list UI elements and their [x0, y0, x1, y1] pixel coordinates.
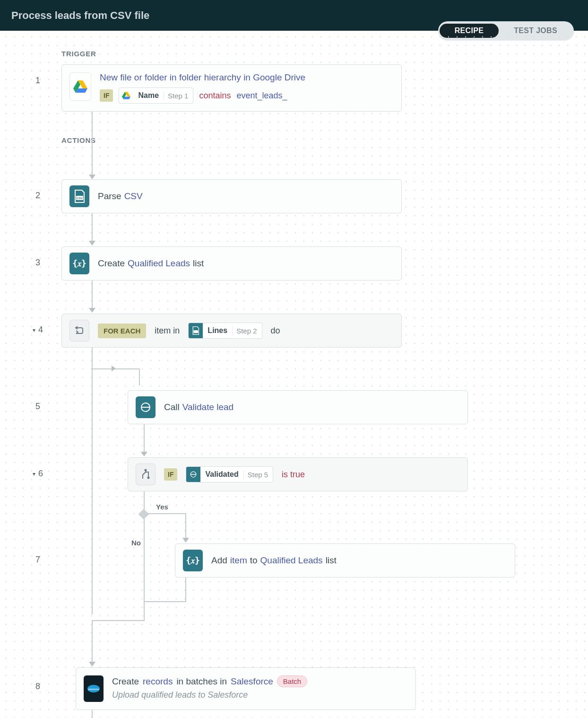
step-1-title: New file or folder in folder hierarchy i… [100, 72, 394, 83]
keyword-contains: contains [199, 91, 231, 101]
step-6-card[interactable]: IF Validated Step 5 is true [128, 457, 468, 491]
keyword-value: event_leads_ [236, 91, 287, 101]
step-2-number: 2 [14, 179, 61, 201]
caret-down-icon: ▾ [33, 327, 35, 333]
batch-badge: Batch [277, 675, 307, 687]
variable-icon: {𝑥} [183, 550, 203, 571]
step-8-row: 8 salesforce Create records in batches i… [14, 667, 574, 710]
step-5-card[interactable]: Call Validate lead [128, 390, 468, 424]
google-drive-icon [119, 88, 133, 103]
recipe-call-icon [186, 467, 200, 482]
step-2-card[interactable]: CSV Parse CSV [61, 179, 402, 213]
svg-point-6 [145, 470, 147, 471]
step-1-content: New file or folder in folder hierarchy i… [100, 72, 394, 104]
step-8-number: 8 [14, 667, 61, 692]
step-5-text: Call Validate lead [164, 402, 233, 412]
step-4-card[interactable]: FOR EACH item in Lines Step 2 do [61, 314, 402, 348]
pill-step: Step 2 [232, 327, 261, 335]
caret-down-icon: ▾ [33, 471, 35, 477]
step-3-number: 3 [14, 246, 61, 268]
foreach-item-in: item in [155, 326, 180, 336]
pill-label: Lines [203, 326, 232, 335]
condition-icon [136, 464, 156, 485]
svg-text:salesforce: salesforce [88, 688, 99, 691]
csv-icon: CSV [69, 185, 89, 207]
step-2-text: Parse CSV [98, 191, 143, 201]
svg-text:{𝑥}: {𝑥} [186, 555, 200, 565]
step-4-row: ▾4 FOR EACH item in Lines Step 2 do [14, 314, 574, 348]
pill-step: Step 1 [164, 92, 193, 100]
step-5-number: 5 [14, 390, 61, 412]
svg-rect-3 [194, 330, 199, 333]
keyword-istrue: is true [282, 470, 305, 480]
datapill-validated[interactable]: Validated Step 5 [186, 466, 273, 482]
svg-point-7 [148, 477, 149, 479]
step-8-card[interactable]: salesforce Create records in batches in … [76, 667, 416, 710]
svg-text:CSV: CSV [77, 197, 82, 200]
step-3-row: 3 {𝑥} Create Qualified Leads list [14, 246, 574, 280]
datapill-name[interactable]: Name Step 1 [119, 88, 193, 104]
page-title: Process leads from CSV file [11, 9, 149, 22]
branch-yes-label: Yes [156, 503, 168, 511]
step-2-row: 2 CSV Parse CSV [14, 179, 574, 213]
step-6-row: ▾6 IF Validated Step 5 is true [14, 457, 574, 491]
google-drive-icon [69, 72, 91, 101]
step-7-text: Add item to Qualified Leads list [211, 555, 337, 566]
step-4-number[interactable]: ▾4 [14, 314, 61, 335]
recipe-call-icon [136, 396, 156, 418]
section-trigger-label: TRIGGER [61, 50, 574, 58]
pill-label: Validated [200, 470, 243, 479]
foreach-chip: FOR EACH [98, 324, 146, 338]
section-actions-label: ACTIONS [61, 136, 574, 144]
salesforce-icon: salesforce [84, 675, 104, 702]
recipe-canvas: TRIGGER 1 New file or folder in folder h… [0, 31, 588, 718]
step-1-number: 1 [14, 64, 61, 86]
if-chip: IF [100, 89, 113, 102]
branch-no-label: No [131, 539, 141, 547]
pill-step: Step 5 [243, 471, 273, 479]
foreach-do: do [271, 326, 280, 336]
variable-icon: {𝑥} [69, 253, 89, 274]
step-7-number: 7 [14, 543, 61, 565]
step-3-text: Create Qualified Leads list [98, 258, 204, 269]
step-8-content: Create records in batches in Salesforce … [112, 675, 408, 700]
app-header: Process leads from CSV file RECIPE TEST … [0, 0, 588, 31]
csv-icon [189, 323, 203, 338]
step-7-row: 7 {𝑥} Add item to Qualified Leads list [14, 543, 574, 578]
step-6-number[interactable]: ▾6 [14, 457, 61, 479]
step-5-row: 5 Call Validate lead [14, 390, 574, 424]
step-1-card[interactable]: New file or folder in folder hierarchy i… [61, 64, 402, 112]
step-1-row: 1 New file or folder in folder hierarchy… [14, 64, 574, 112]
step-3-card[interactable]: {𝑥} Create Qualified Leads list [61, 246, 402, 280]
step-7-card[interactable]: {𝑥} Add item to Qualified Leads list [175, 543, 515, 578]
svg-text:{𝑥}: {𝑥} [72, 258, 86, 268]
step-8-subtitle: Upload qualified leads to Salesforce [112, 690, 408, 700]
datapill-lines[interactable]: Lines Step 2 [188, 323, 262, 339]
pill-label: Name [133, 91, 164, 100]
loop-icon [69, 320, 89, 341]
if-chip: IF [164, 468, 177, 481]
